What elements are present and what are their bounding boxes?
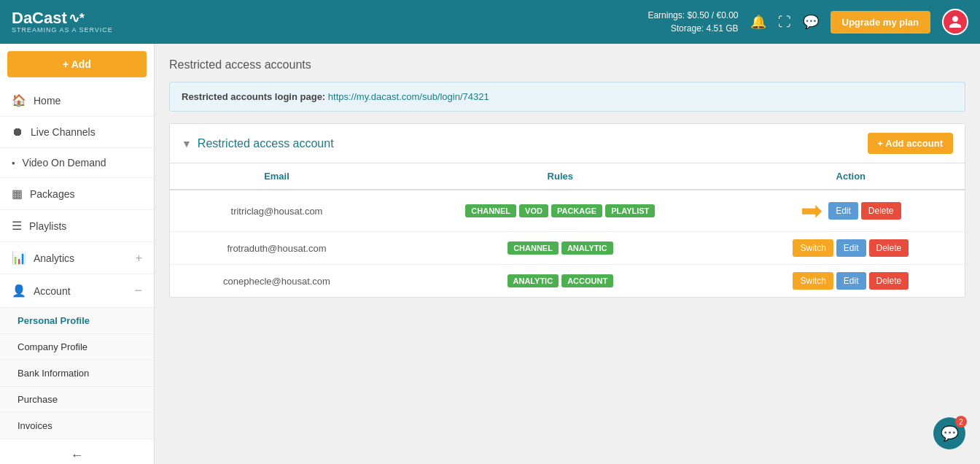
storage-value: 4.51 GB bbox=[707, 23, 739, 34]
account-icon: 👤 bbox=[12, 284, 26, 298]
sidebar-item-playlists[interactable]: ☰ Playlists bbox=[0, 210, 154, 242]
packages-icon: ▦ bbox=[12, 187, 23, 201]
chat-bubble-icon: 💬 bbox=[941, 425, 959, 442]
delete-button[interactable]: Delete bbox=[861, 202, 901, 220]
logo-area: DaCast ∿* STREAMING AS A SERVICE bbox=[12, 10, 113, 34]
page-title: Restricted access accounts bbox=[169, 58, 965, 71]
sidebar-item-invoices[interactable]: Invoices bbox=[0, 413, 154, 439]
sidebar-item-label: Home bbox=[34, 95, 142, 107]
col-email: Email bbox=[170, 163, 384, 190]
fullscreen-icon[interactable]: ⛶ bbox=[778, 15, 791, 30]
sidebar-item-label: Playlists bbox=[29, 220, 142, 232]
rules-cell: ANALYTICACCOUNT bbox=[384, 265, 737, 298]
earnings-label: Earnings: bbox=[648, 10, 685, 20]
sidebar-item-personal-profile[interactable]: Personal Profile bbox=[0, 308, 154, 334]
earnings-value: $0.50 / €0.00 bbox=[687, 10, 738, 20]
live-icon: ⏺ bbox=[12, 125, 23, 139]
email-cell: conephecle@housat.com bbox=[170, 265, 384, 298]
sidebar-item-account[interactable]: 👤 Account − bbox=[0, 274, 154, 308]
action-cell: SwitchEditDelete bbox=[737, 265, 965, 298]
expand-icon: + bbox=[136, 252, 142, 265]
accounts-table: Email Rules Action tritriclag@housat.com… bbox=[170, 163, 965, 297]
sidebar-item-label: Live Channels bbox=[31, 126, 142, 138]
collapse-icon: − bbox=[134, 283, 142, 298]
logo-tagline: STREAMING AS A SERVICE bbox=[12, 26, 113, 34]
rule-tag: PLAYLIST bbox=[605, 204, 655, 217]
table-row: frotraduth@housat.comCHANNELANALYTICSwit… bbox=[170, 232, 965, 265]
info-banner-link[interactable]: https://my.dacast.com/sub/login/74321 bbox=[328, 91, 489, 102]
sidebar-item-analytics[interactable]: 📊 Analytics + bbox=[0, 242, 154, 274]
rules-cell: CHANNELVODPACKAGEPLAYLIST bbox=[384, 190, 737, 232]
table-wrap: Email Rules Action tritriclag@housat.com… bbox=[170, 163, 965, 297]
edit-button[interactable]: Edit bbox=[836, 239, 866, 257]
rules-cell: CHANNELANALYTIC bbox=[384, 232, 737, 265]
col-rules: Rules bbox=[384, 163, 737, 190]
account-submenu: Personal Profile Company Profile Bank In… bbox=[0, 308, 154, 439]
action-buttons: SwitchEditDelete bbox=[749, 239, 953, 257]
upgrade-button[interactable]: Upgrade my plan bbox=[831, 11, 930, 34]
home-icon: 🏠 bbox=[12, 93, 26, 107]
info-banner: Restricted accounts login page: https://… bbox=[169, 82, 965, 112]
email-cell: frotraduth@housat.com bbox=[170, 232, 384, 265]
sidebar-item-home[interactable]: 🏠 Home bbox=[0, 85, 154, 117]
storage-label: Storage: bbox=[671, 23, 704, 34]
sidebar-item-bank-information[interactable]: Bank Information bbox=[0, 360, 154, 387]
panel-title: Restricted access account bbox=[198, 137, 868, 150]
panel-header: ▼ Restricted access account + Add accoun… bbox=[170, 124, 965, 163]
logo-wave: ∿* bbox=[69, 10, 85, 26]
email-cell: tritriclag@housat.com bbox=[170, 190, 384, 232]
sidebar-item-purchase[interactable]: Purchase bbox=[0, 387, 154, 413]
bell-icon[interactable]: 🔔 bbox=[750, 14, 766, 30]
chat-badge: 2 bbox=[955, 416, 967, 428]
sidebar-item-live-channels[interactable]: ⏺ Live Channels bbox=[0, 117, 154, 148]
add-account-button[interactable]: + Add account bbox=[868, 133, 953, 154]
action-cell: ➡EditDelete bbox=[737, 190, 965, 232]
action-cell: SwitchEditDelete bbox=[737, 232, 965, 265]
earnings-info: Earnings: $0.50 / €0.00 Storage: 4.51 GB bbox=[648, 9, 738, 35]
panel: ▼ Restricted access account + Add accoun… bbox=[169, 123, 965, 298]
chat-bubble[interactable]: 💬 2 bbox=[933, 417, 965, 449]
chat-icon[interactable]: 💬 bbox=[803, 14, 819, 30]
chevron-down-icon[interactable]: ▼ bbox=[182, 138, 192, 150]
rule-tag: VOD bbox=[519, 204, 548, 217]
sidebar: + Add 🏠 Home ⏺ Live Channels ▪ Video On … bbox=[0, 44, 155, 464]
col-action: Action bbox=[737, 163, 965, 190]
sidebar-item-packages[interactable]: ▦ Packages bbox=[0, 178, 154, 210]
topnav-right: Earnings: $0.50 / €0.00 Storage: 4.51 GB… bbox=[648, 9, 968, 35]
playlists-icon: ☰ bbox=[12, 219, 22, 233]
main-content: Restricted access accounts Restricted ac… bbox=[155, 44, 980, 464]
rule-tag: CHANNEL bbox=[508, 241, 559, 255]
action-buttons: ➡EditDelete bbox=[749, 198, 953, 224]
arrow-annotation: ➡ bbox=[801, 198, 822, 224]
switch-button[interactable]: Switch bbox=[793, 272, 833, 290]
sidebar-item-label: Video On Demand bbox=[23, 157, 142, 169]
add-button[interactable]: + Add bbox=[7, 51, 147, 77]
back-button[interactable]: ← bbox=[0, 439, 154, 464]
topnav: DaCast ∿* STREAMING AS A SERVICE Earning… bbox=[0, 0, 980, 44]
table-header-row: Email Rules Action bbox=[170, 163, 965, 190]
sidebar-item-label: Analytics bbox=[34, 252, 128, 264]
sidebar-item-company-profile[interactable]: Company Profile bbox=[0, 334, 154, 360]
main-layout: + Add 🏠 Home ⏺ Live Channels ▪ Video On … bbox=[0, 44, 980, 464]
switch-button[interactable]: Switch bbox=[793, 239, 833, 257]
delete-button[interactable]: Delete bbox=[869, 239, 909, 257]
rule-tag: ACCOUNT bbox=[561, 274, 613, 287]
rule-tag: ANALYTIC bbox=[561, 241, 613, 255]
avatar[interactable] bbox=[942, 9, 968, 35]
logo-text: DaCast bbox=[12, 10, 67, 26]
rule-tag: PACKAGE bbox=[551, 204, 602, 217]
sidebar-item-vod[interactable]: ▪ Video On Demand bbox=[0, 148, 154, 178]
table-row: tritriclag@housat.comCHANNELVODPACKAGEPL… bbox=[170, 190, 965, 232]
edit-button[interactable]: Edit bbox=[828, 202, 858, 220]
analytics-icon: 📊 bbox=[12, 251, 26, 265]
info-banner-label: Restricted accounts login page: bbox=[182, 91, 325, 102]
action-buttons: SwitchEditDelete bbox=[749, 272, 953, 290]
edit-button[interactable]: Edit bbox=[836, 272, 866, 290]
rule-tag: CHANNEL bbox=[465, 204, 516, 217]
rule-tag: ANALYTIC bbox=[508, 274, 559, 287]
vod-icon: ▪ bbox=[12, 158, 15, 169]
delete-button[interactable]: Delete bbox=[869, 272, 909, 290]
sidebar-item-label: Packages bbox=[30, 188, 142, 200]
sidebar-item-label: Account bbox=[34, 285, 127, 297]
table-row: conephecle@housat.comANALYTICACCOUNTSwit… bbox=[170, 265, 965, 298]
